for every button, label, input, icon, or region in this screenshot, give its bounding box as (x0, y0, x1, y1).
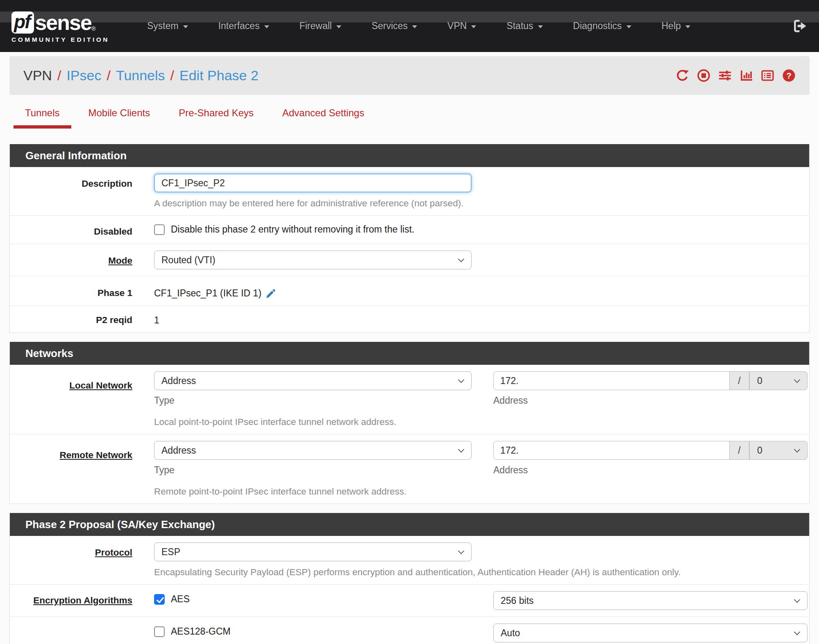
encryption-algorithms-label: Encryption Algorithms (10, 591, 154, 610)
breadcrumb-separator: / (52, 68, 66, 84)
chevron-down-icon (183, 25, 188, 28)
chevron-down-icon (626, 25, 631, 28)
phase2-proposal-panel: Phase 2 Proposal (SA/Key Exchange) Proto… (9, 513, 810, 644)
description-help: A description may be entered here for ad… (154, 198, 808, 209)
chart-bar-icon[interactable] (740, 69, 753, 82)
refresh-icon[interactable] (676, 69, 689, 82)
chevron-down-icon (458, 256, 465, 262)
menu-interfaces[interactable]: Interfaces (203, 20, 284, 32)
disabled-checkbox[interactable] (154, 224, 165, 235)
panel-title: Phase 2 Proposal (SA/Key Exchange) (10, 513, 809, 536)
menu-services[interactable]: Services (356, 20, 432, 32)
menu-diagnostics[interactable]: Diagnostics (558, 20, 647, 32)
description-row: Description A description may be entered… (10, 167, 809, 216)
protocol-select[interactable]: ESP (154, 542, 472, 561)
chevron-down-icon (458, 446, 465, 453)
menu-firewall[interactable]: Firewall (284, 20, 356, 32)
chevron-down-icon (458, 377, 465, 383)
networks-panel: Networks Local Network Address Type / (9, 342, 810, 504)
pfsense-logo[interactable]: pf sense ® COMMUNITY EDITION (11, 11, 109, 43)
local-network-address-input[interactable] (493, 371, 730, 390)
disabled-row: Disabled Disable this phase 2 entry with… (10, 216, 809, 244)
p2reqid-row: P2 reqid 1 (10, 306, 809, 332)
logo-registered-mark: ® (91, 25, 95, 32)
breadcrumb-separator: / (165, 68, 179, 84)
description-label: Description (10, 174, 154, 209)
logo-pf-mark: pf (11, 11, 34, 34)
remote-network-address-input[interactable] (493, 441, 730, 460)
aes128gcm-label: AES128-GCM (171, 626, 231, 637)
phase1-row: Phase 1 CF1_IPsec_P1 (IKE ID 1) (10, 276, 809, 306)
panel-title: Networks (10, 342, 809, 365)
tab-pre-shared-keys[interactable]: Pre-Shared Keys (167, 107, 265, 129)
local-network-prefix-select[interactable]: 0 (749, 371, 808, 390)
sliders-icon[interactable] (718, 69, 732, 82)
pfsense-page: pf sense ® COMMUNITY EDITION System Inte… (0, 0, 819, 644)
local-network-row: Local Network Address Type / (10, 365, 809, 434)
section-tabs: Tunnels Mobile Clients Pre-Shared Keys A… (9, 107, 810, 129)
aes-label: AES (171, 594, 190, 605)
local-network-label: Local Network (10, 371, 154, 427)
logo-sense-text: sense (35, 12, 91, 33)
edit-pencil-icon[interactable] (265, 288, 276, 299)
breadcrumb-bar: VPN / IPsec / Tunnels / Edit Phase 2 ? (9, 56, 810, 95)
tab-mobile-clients[interactable]: Mobile Clients (77, 107, 162, 129)
breadcrumb-vpn: VPN (23, 68, 52, 84)
protocol-help: Encapsulating Security Payload (ESP) per… (154, 567, 808, 578)
tab-tunnels[interactable]: Tunnels (14, 107, 71, 129)
chevron-down-icon (264, 25, 269, 28)
slash-addon: / (730, 441, 749, 460)
remote-network-help: Remote point-to-point IPsec interface tu… (154, 486, 808, 497)
chevron-down-icon (471, 25, 476, 28)
remote-network-prefix-select[interactable]: 0 (749, 441, 808, 460)
panel-title: General Information (10, 144, 809, 167)
breadcrumb-separator: / (101, 68, 116, 84)
general-information-panel: General Information Description A descri… (9, 144, 810, 333)
chevron-down-icon (794, 377, 801, 383)
svg-text:?: ? (786, 71, 792, 80)
menu-system[interactable]: System (132, 20, 203, 32)
remote-type-caption: Type (154, 465, 472, 476)
chevron-down-icon (794, 597, 801, 603)
aes-checkbox[interactable] (154, 594, 165, 605)
slash-addon: / (730, 371, 749, 390)
aes-keylen-select[interactable]: 256 bits (493, 591, 808, 610)
tab-advanced-settings[interactable]: Advanced Settings (271, 107, 376, 129)
log-icon[interactable] (761, 69, 774, 82)
logo-subtitle: COMMUNITY EDITION (11, 36, 109, 43)
disabled-label: Disabled (10, 222, 154, 237)
protocol-row: Protocol ESP Encapsulating Security Payl… (10, 536, 809, 585)
disabled-checkbox-label: Disable this phase 2 entry without remov… (171, 224, 414, 235)
chevron-down-icon (458, 548, 465, 554)
encryption-row-aes128gcm: AES128-GCM Auto (10, 617, 809, 644)
breadcrumb-edit-phase2[interactable]: Edit Phase 2 (179, 68, 259, 84)
phase1-label: Phase 1 (10, 283, 154, 299)
aes128gcm-checkbox[interactable] (154, 626, 165, 637)
help-icon[interactable]: ? (782, 69, 796, 82)
breadcrumb-ipsec[interactable]: IPsec (66, 68, 101, 84)
mode-row: Mode Routed (VTI) (10, 244, 809, 276)
mode-label: Mode (10, 251, 154, 269)
breadcrumb-tunnels[interactable]: Tunnels (116, 68, 165, 84)
remote-address-caption: Address (493, 465, 808, 476)
local-address-caption: Address (493, 395, 808, 406)
remote-network-type-select[interactable]: Address (154, 441, 472, 460)
protocol-label: Protocol (10, 542, 154, 578)
chevron-down-icon (412, 25, 417, 28)
menu-status[interactable]: Status (491, 20, 558, 32)
page-action-icons: ? (676, 69, 796, 82)
menu-vpn[interactable]: VPN (432, 20, 491, 32)
main-menu: System Interfaces Firewall Services VPN … (132, 20, 706, 32)
mode-select[interactable]: Routed (VTI) (154, 251, 472, 269)
p2reqid-value: 1 (154, 312, 808, 326)
stop-icon[interactable] (697, 69, 710, 82)
chevron-down-icon (685, 25, 690, 28)
local-network-help: Local point-to-point IPsec interface tun… (154, 417, 808, 427)
menu-help[interactable]: Help (647, 20, 706, 32)
remote-network-row: Remote Network Address Type / (10, 434, 809, 504)
chevron-down-icon (336, 25, 341, 28)
aes128gcm-keylen-select[interactable]: Auto (493, 624, 808, 642)
local-network-type-select[interactable]: Address (154, 371, 472, 390)
sign-out-icon[interactable] (792, 18, 808, 34)
description-input[interactable] (154, 174, 472, 192)
